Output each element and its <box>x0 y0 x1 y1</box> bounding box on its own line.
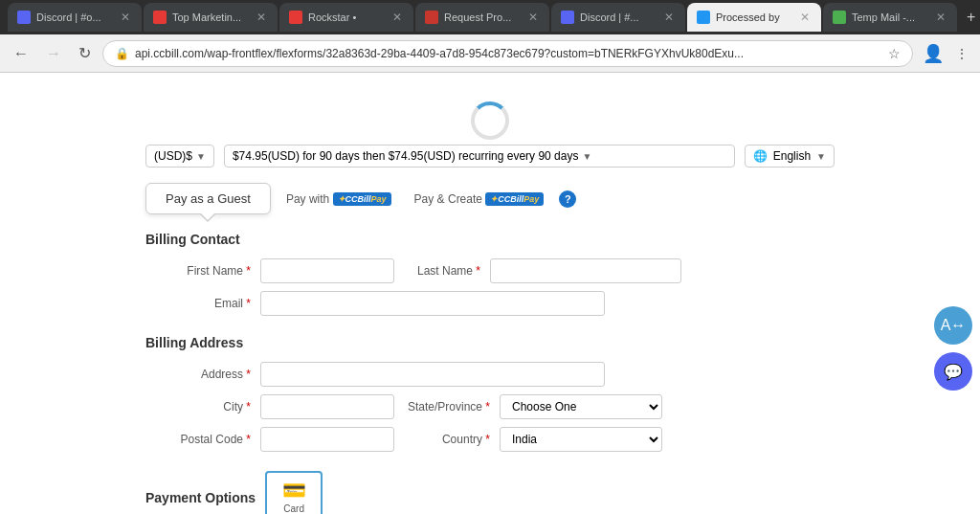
first-name-label: First Name * <box>145 264 251 278</box>
browser-tab-discord2[interactable]: Discord | #... ✕ <box>551 3 685 32</box>
tab-pay-with[interactable]: Pay with ✦CCBillPay <box>275 186 403 212</box>
back-button[interactable]: ← <box>8 41 34 66</box>
tab-favicon <box>153 11 167 24</box>
last-name-input[interactable] <box>490 258 681 283</box>
tab-close-icon[interactable]: ✕ <box>119 9 132 26</box>
lang-arrow-icon: ▼ <box>816 151 826 162</box>
guest-tab-label: Pay as a Guest <box>166 191 251 206</box>
tab-pay-as-guest[interactable]: Pay as a Guest <box>145 183 271 214</box>
payment-options-header: Payment Options <box>145 490 256 505</box>
currency-value: (USD)$ <box>154 149 192 163</box>
browser-tab-ccbill[interactable]: Processed by ✕ <box>687 3 821 32</box>
discord-button[interactable]: 💬 <box>934 352 972 391</box>
address-label: Address * <box>145 368 251 381</box>
help-icon[interactable]: ? <box>559 190 576 208</box>
name-row: First Name * Last Name * <box>145 258 835 283</box>
page-content: (USD)$ ▼ $74.95(USD) for 90 days then $7… <box>0 73 980 514</box>
language-value: English <box>773 149 811 163</box>
email-label: Email * <box>145 297 251 310</box>
city-state-row: City * State/Province * Choose One <box>145 394 835 419</box>
tab-title: Processed by <box>716 11 792 23</box>
state-select[interactable]: Choose One <box>500 394 662 419</box>
new-tab-button[interactable]: + <box>959 5 980 30</box>
tab-close-icon[interactable]: ✕ <box>255 9 268 26</box>
tab-title: Request Pro... <box>444 11 521 23</box>
card-payment-button[interactable]: 💳 Card <box>265 471 323 514</box>
translate-button[interactable]: A↔ <box>934 306 972 345</box>
pricing-value: $74.95(USD) for 90 days then $74.95(USD)… <box>233 149 579 163</box>
browser-tab-tempmail[interactable]: Temp Mail -... ✕ <box>823 3 957 32</box>
postal-input[interactable] <box>260 427 394 452</box>
card-label: Card <box>283 503 304 514</box>
tab-favicon <box>697 11 710 24</box>
first-name-input[interactable] <box>260 258 394 283</box>
profile-button[interactable]: 👤 <box>919 39 947 68</box>
globe-icon: 🌐 <box>753 149 768 163</box>
loading-area <box>145 92 835 145</box>
forward-button[interactable]: → <box>40 41 67 66</box>
star-icon[interactable]: ☆ <box>888 46 901 61</box>
required-star: * <box>246 264 251 278</box>
tab-close-icon[interactable]: ✕ <box>390 9 404 26</box>
browser-tab-rockstar[interactable]: Rockstar • ✕ <box>279 3 413 32</box>
browser-window: Discord | #o... ✕ Top Marketin... ✕ Rock… <box>0 0 980 514</box>
reload-button[interactable]: ↻ <box>73 40 97 66</box>
language-selector[interactable]: 🌐 English ▼ <box>745 145 835 168</box>
billing-contact-section: Billing Contact First Name * Last Name *… <box>145 232 835 316</box>
other-payment-tabs: Pay with ✦CCBillPay Pay & Create ✦CCBill… <box>275 186 576 212</box>
toolbar-icons: 👤 ⋮ <box>919 39 972 68</box>
browser-toolbar: ← → ↻ 🔒 ☆ 👤 ⋮ <box>0 34 980 73</box>
tab-pay-create[interactable]: Pay & Create ✦CCBillPay <box>403 186 556 212</box>
currency-arrow-icon: ▼ <box>196 151 206 162</box>
browser-tab-request[interactable]: Request Pro... ✕ <box>415 3 549 32</box>
payment-tabs: Pay as a Guest Pay with ✦CCBillPay Pay &… <box>145 183 835 214</box>
tab-bar: Discord | #o... ✕ Top Marketin... ✕ Rock… <box>0 0 980 34</box>
tab-title: Discord | #... <box>580 11 657 23</box>
billing-contact-header: Billing Contact <box>145 232 835 247</box>
tab-title: Temp Mail -... <box>852 11 928 23</box>
billing-address-section: Billing Address Address * City * State/P… <box>145 335 835 452</box>
pricing-selector[interactable]: $74.95(USD) for 90 days then $74.95(USD)… <box>224 145 735 168</box>
ccbill-create-logo: ✦CCBillPay <box>485 192 544 206</box>
address-row: Address * <box>145 362 835 387</box>
loading-spinner <box>471 101 509 140</box>
card-icon: 💳 <box>282 479 306 502</box>
extensions-button[interactable]: ⋮ <box>951 42 972 65</box>
tab-favicon <box>425 11 438 24</box>
currency-selector[interactable]: (USD)$ ▼ <box>145 145 214 168</box>
address-bar-container: 🔒 ☆ <box>102 40 913 67</box>
ccbill-pay-logo: ✦CCBillPay <box>333 192 391 206</box>
address-input[interactable] <box>260 362 605 387</box>
last-name-label: Last Name * <box>404 264 480 278</box>
postal-label: Postal Code * <box>145 433 251 446</box>
billing-address-header: Billing Address <box>145 335 835 350</box>
secure-icon: 🔒 <box>115 47 129 60</box>
state-label: State/Province * <box>404 400 490 413</box>
tab-favicon <box>289 11 302 24</box>
browser-tab-discord1[interactable]: Discord | #o... ✕ <box>8 3 142 32</box>
address-input[interactable] <box>135 47 882 60</box>
tab-close-icon[interactable]: ✕ <box>934 9 947 26</box>
country-label: Country * <box>404 433 490 446</box>
city-input[interactable] <box>260 394 394 419</box>
tab-close-icon[interactable]: ✕ <box>798 9 812 26</box>
controls-row: (USD)$ ▼ $74.95(USD) for 90 days then $7… <box>145 145 835 168</box>
tab-title: Rockstar • <box>308 11 385 23</box>
tab-favicon <box>561 11 574 24</box>
email-row: Email * <box>145 291 835 316</box>
tab-close-icon[interactable]: ✕ <box>526 9 540 26</box>
tab-close-icon[interactable]: ✕ <box>662 9 676 26</box>
tab-title: Top Marketin... <box>172 11 249 23</box>
payment-options-row: Payment Options 💳 Card <box>145 471 835 514</box>
pricing-arrow-icon: ▼ <box>582 151 591 162</box>
pay-create-label: Pay & Create <box>414 192 482 206</box>
payment-options-section: Payment Options 💳 Card <box>145 471 835 514</box>
pay-with-label: Pay with <box>286 192 329 206</box>
postal-country-row: Postal Code * Country * India <box>145 427 835 452</box>
tab-favicon <box>17 11 31 24</box>
email-input[interactable] <box>260 291 605 316</box>
country-select[interactable]: India <box>500 427 662 452</box>
browser-tab-marketing[interactable]: Top Marketin... ✕ <box>144 3 278 32</box>
city-label: City * <box>145 400 251 413</box>
required-star3: * <box>246 297 251 310</box>
